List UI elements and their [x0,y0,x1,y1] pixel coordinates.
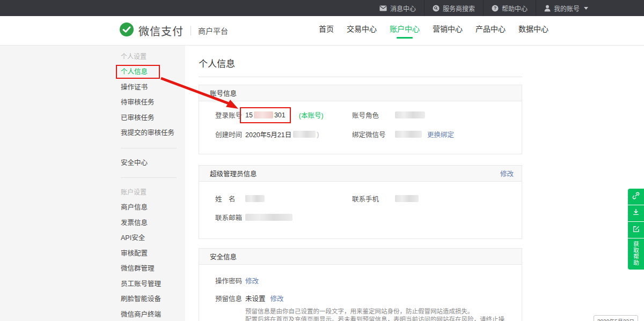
top-utility-items: 消息中心 服务商搜索 ? 帮助中心 我的账号 [371,0,596,16]
sidebar-item-review-config[interactable]: 审核配置 [121,246,185,262]
sp-search-label: 服务商搜索 [443,4,475,13]
admin-name-row: 姓 名 [215,193,352,204]
floating-help-widget: 获取帮助 [628,189,644,270]
created-time-tail: ) [317,131,319,138]
sp-search-item[interactable]: 服务商搜索 [424,0,483,16]
chevron-down-icon [584,7,588,10]
redacted-admin-email [245,214,292,221]
wechat-pay-logo-icon [119,22,134,39]
sidebar-item-personal-info[interactable]: 个人信息 [121,64,185,80]
download-icon [632,208,640,219]
operation-password-label: 操作密码 [215,275,245,286]
admin-name-label: 姓 名 [215,193,245,204]
sidebar-item-security-center[interactable]: 安全中心 [121,155,185,171]
login-account-row: 登录账号 15 301 (本账号) [215,110,352,120]
reserved-info-label: 预留信息 [215,293,245,303]
sidebar-item-reviewed-tasks[interactable]: 已审核任务 [121,110,185,126]
primary-nav: 首页 交易中心 账户中心 营销中心 产品中心 数据中心 [312,16,555,45]
admin-phone-label: 联系手机 [352,193,395,204]
sidebar-group-personal-settings: 个人设置 [121,49,185,64]
sidebar-item-invoice-info[interactable]: 发票信息 [121,215,185,231]
nav-data-center[interactable]: 数据中心 [512,16,555,45]
admin-phone-row: 联系手机 [352,193,511,204]
nav-product-center[interactable]: 产品中心 [469,16,512,45]
brand-name: 微信支付 [138,23,184,39]
top-utility-bar: 消息中心 服务商搜索 ? 帮助中心 我的账号 [0,0,644,16]
help-center-label: 帮助中心 [502,4,528,13]
message-center-item[interactable]: 消息中心 [371,0,424,16]
sidebar-item-wechat-group-management[interactable]: 微信群管理 [121,261,185,277]
sidebar-item-face-pay-devices[interactable]: 刷脸智能设备 [121,292,185,307]
nav-account-center[interactable]: 账户中心 [383,16,426,45]
sidebar-item-staff-account-management[interactable]: 员工账号管理 [121,277,185,292]
message-center-label: 消息中心 [390,4,416,13]
redacted-wechat-id [395,131,422,138]
created-time-label: 创建时间 [215,129,245,139]
download-button[interactable] [628,205,644,221]
account-role-row: 账号角色 [352,110,511,120]
sidebar-divider [121,177,177,178]
feedback-button[interactable] [628,222,644,238]
sidebar-item-wechat-merchant-terminal[interactable]: 微信商户终端 [121,307,185,321]
date-tooltip: 2020年5月22日 [594,315,638,321]
sidebar-item-api-security[interactable]: API安全 [121,230,185,246]
login-account-prefix: 15 [245,111,253,119]
reserved-info-tips: 预留信息是由你自己设置的一段文字，用来鉴定网站身份，防止假冒网站造成损失。 配置… [245,308,511,321]
title-divider [199,77,522,77]
svg-text:?: ? [494,5,496,11]
mail-icon [379,5,387,11]
nav-home[interactable]: 首页 [312,16,340,45]
link-icon [632,191,640,202]
login-account-suffix: 301 [274,111,286,119]
account-role-label: 账号角色 [352,110,395,120]
sidebar-item-merchant-info[interactable]: 商户信息 [121,200,185,215]
active-nav-underline [397,37,413,39]
admin-email-row: 联系邮箱 [215,212,352,222]
sidebar: 个人设置 个人信息 操作证书 待审核任务 已审核任务 我提交的审核任务 安全中心… [0,46,185,321]
security-info-panel: 安全信息 操作密码 修改 预留信息 未设置 修改 预留信息是由你自己设置的一段文… [199,248,522,321]
question-icon: ? [492,5,499,12]
sidebar-item-operation-certificate[interactable]: 操作证书 [121,80,185,95]
security-info-panel-title: 安全信息 [210,251,237,262]
redacted-admin-phone [395,195,419,202]
sidebar-group-account-settings: 账户设置 [121,185,185,200]
created-time-value: 2020年5月21日 [245,129,291,139]
search-icon [433,5,440,12]
get-help-label: 获取帮助 [628,241,644,266]
sidebar-item-my-submitted-review-tasks[interactable]: 我提交的审核任务 [121,125,185,141]
tip-line-2: 配置后将在首页及充值页面显示。若未看到预留信息，表明当前访问的网站存在风险，请终… [245,316,511,321]
sidebar-item-pending-review-tasks[interactable]: 待审核任务 [121,95,185,110]
bound-wechat-label: 绑定微信号 [352,129,395,139]
created-time-row: 创建时间 2020年5月21日 ) [215,129,352,139]
reserved-info-row: 预留信息 未设置 修改 [215,293,511,303]
reserved-info-modify-link[interactable]: 修改 [270,293,284,303]
sidebar-divider [121,148,177,148]
user-icon [544,5,551,12]
redacted-phone-digits [254,111,273,118]
link-button[interactable] [628,189,644,205]
reserved-info-status: 未设置 [245,293,266,303]
my-account-label: 我的账号 [554,4,580,13]
operation-password-modify-link[interactable]: 修改 [245,275,259,286]
main-header: 微信支付 商户平台 首页 交易中心 账户中心 营销中心 产品中心 数据中心 [0,16,644,46]
redacted-created-time [293,131,316,138]
brand-block[interactable]: 微信支付 商户平台 [119,16,228,45]
account-info-panel-title: 账号信息 [210,88,237,98]
admin-modify-link[interactable]: 修改 [500,168,514,178]
super-admin-panel-title: 超级管理员信息 [210,168,257,178]
redacted-account-role [395,111,425,118]
admin-email-label: 联系邮箱 [215,212,245,222]
login-account-value-annotated: 15 301 [240,107,291,123]
main-content: 个人信息 账号信息 登录账号 15 301 (本账号) 账号角色 [185,46,644,321]
nav-transaction-center[interactable]: 交易中心 [340,16,383,45]
get-help-button[interactable]: 获取帮助 [628,238,644,270]
operation-password-row: 操作密码 修改 [215,275,511,286]
wechat-pay-merchant-portal: 消息中心 服务商搜索 ? 帮助中心 我的账号 [0,0,644,321]
rebind-link[interactable]: 更换绑定 [427,129,454,139]
help-center-item[interactable]: ? 帮助中心 [483,0,536,16]
my-account-item[interactable]: 我的账号 [536,0,596,16]
super-admin-panel: 超级管理员信息 修改 姓 名 联系手机 联系邮箱 [199,165,522,239]
self-account-tag: (本账号) [299,110,324,120]
brand-divider [191,26,191,35]
nav-marketing-center[interactable]: 营销中心 [426,16,469,45]
